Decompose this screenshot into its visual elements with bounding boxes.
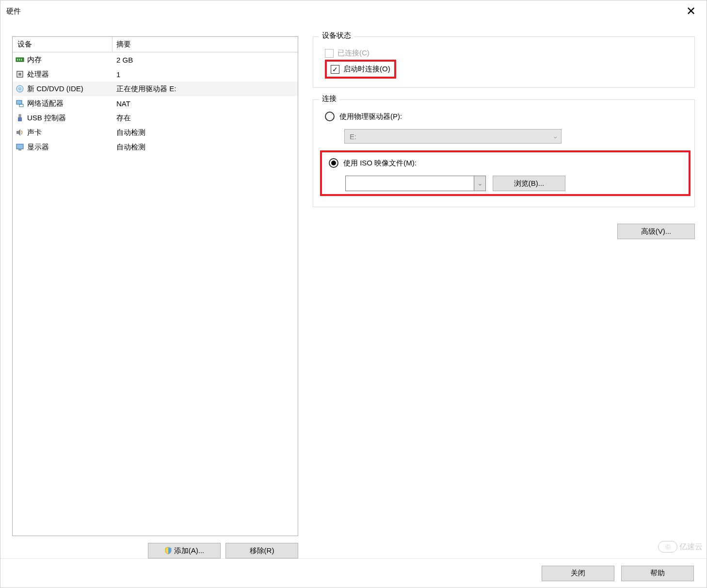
device-state-group: 设备状态 已连接(C) ✓ 启动时连接(O) [313, 36, 695, 88]
connect-on-power-label: 启动时连接(O) [343, 65, 390, 74]
device-list-header: 设备 摘要 [13, 37, 298, 52]
iso-radio-row[interactable]: 使用 ISO 映像文件(M): [329, 158, 685, 168]
iso-input-row: ⌵ 浏览(B)... [345, 176, 685, 191]
display-icon [16, 143, 24, 151]
remove-button[interactable]: 移除(R) [225, 543, 298, 558]
usb-icon [16, 114, 24, 122]
col-device[interactable]: 设备 [13, 37, 112, 52]
cpu-icon [16, 70, 24, 79]
connected-checkbox [325, 49, 334, 58]
device-state-label: 设备状态 [319, 31, 354, 40]
device-summary: 正在使用驱动器 E: [112, 84, 298, 94]
sound-icon [16, 128, 24, 137]
iso-radio[interactable] [329, 158, 338, 168]
connect-on-power-checkbox[interactable]: ✓ [331, 65, 339, 74]
connect-on-power-row[interactable]: ✓ 启动时连接(O) [331, 65, 390, 74]
physical-drive-radio-row[interactable]: 使用物理驱动器(P): [325, 112, 686, 121]
chevron-down-icon[interactable]: ⌵ [474, 176, 485, 191]
watermark: ⓒ 亿速云 [658, 541, 703, 553]
svg-point-7 [19, 88, 21, 90]
device-row-memory[interactable]: 内存 2 GB [13, 52, 298, 67]
svg-rect-10 [19, 114, 21, 117]
device-row-network[interactable]: 网络适配器 NAT [13, 96, 298, 111]
device-name: 新 CD/DVD (IDE) [27, 84, 83, 94]
highlight-iso-section: 使用 ISO 映像文件(M): ⌵ 浏览(B)... [320, 150, 691, 196]
highlight-connect-on-power: ✓ 启动时连接(O) [325, 60, 396, 79]
svg-rect-8 [16, 100, 22, 104]
browse-button[interactable]: 浏览(B)... [493, 176, 565, 191]
content-area: 设备 摘要 内存 2 GB 处理器 1 [0, 22, 707, 558]
device-summary: 自动检测 [112, 128, 298, 137]
connection-group: 连接 使用物理驱动器(P): E: ⌵ 使用 ISO 映像文件(M): [313, 99, 695, 207]
svg-rect-11 [18, 117, 22, 121]
right-panel: 设备状态 已连接(C) ✓ 启动时连接(O) 连接 使用物理驱动器(P): [298, 36, 695, 558]
svg-rect-5 [18, 73, 21, 76]
device-summary: 存在 [112, 114, 298, 123]
left-button-row: 添加(A)... 移除(R) [12, 536, 298, 558]
chevron-down-icon: ⌵ [554, 133, 557, 140]
watermark-text: 亿速云 [679, 542, 703, 552]
iso-label: 使用 ISO 映像文件(M): [343, 159, 417, 168]
connected-checkbox-row: 已连接(C) [325, 49, 686, 58]
network-icon [16, 99, 24, 108]
device-row-display[interactable]: 显示器 自动检测 [13, 140, 298, 154]
device-row-cddvd[interactable]: 新 CD/DVD (IDE) 正在使用驱动器 E: [13, 82, 298, 96]
memory-icon [16, 55, 24, 64]
device-name: 内存 [27, 55, 42, 65]
add-button-label: 添加(A)... [174, 546, 205, 555]
device-summary: 2 GB [112, 56, 298, 64]
svg-rect-14 [18, 149, 21, 150]
physical-drive-radio[interactable] [325, 112, 335, 121]
advanced-button[interactable]: 高级(V)... [617, 224, 695, 239]
device-row-usb[interactable]: USB 控制器 存在 [13, 111, 298, 125]
svg-rect-1 [17, 59, 18, 61]
connection-label: 连接 [319, 94, 339, 103]
close-button[interactable]: 关闭 [542, 566, 614, 581]
iso-path-combo[interactable]: ⌵ [345, 176, 486, 191]
svg-rect-2 [19, 59, 20, 61]
footer: 关闭 帮助 [0, 558, 707, 588]
shield-icon [164, 547, 172, 555]
add-button[interactable]: 添加(A)... [148, 543, 221, 558]
watermark-icon: ⓒ [658, 541, 677, 553]
svg-rect-13 [16, 144, 23, 149]
physical-drive-value: E: [350, 132, 356, 141]
device-name: 显示器 [27, 143, 49, 152]
device-name: 网络适配器 [27, 99, 64, 108]
col-summary[interactable]: 摘要 [112, 37, 298, 52]
connected-label: 已连接(C) [337, 49, 370, 58]
svg-rect-9 [19, 104, 23, 107]
device-name: 声卡 [27, 128, 42, 137]
device-row-sound[interactable]: 声卡 自动检测 [13, 125, 298, 140]
physical-drive-label: 使用物理驱动器(P): [339, 112, 402, 121]
titlebar: 硬件 ✕ [0, 0, 707, 22]
device-list[interactable]: 设备 摘要 内存 2 GB 处理器 1 [12, 36, 298, 536]
close-icon[interactable]: ✕ [681, 4, 701, 18]
cd-icon [16, 84, 24, 93]
svg-marker-12 [16, 129, 20, 136]
device-summary: 1 [112, 70, 298, 79]
device-name: 处理器 [27, 70, 49, 79]
window-title: 硬件 [6, 7, 21, 16]
physical-drive-dropdown: E: ⌵ [344, 129, 562, 144]
device-summary: 自动检测 [112, 143, 298, 152]
left-panel: 设备 摘要 内存 2 GB 处理器 1 [12, 36, 298, 558]
svg-rect-3 [21, 59, 22, 61]
help-button[interactable]: 帮助 [621, 566, 694, 581]
hardware-dialog: 硬件 ✕ 设备 摘要 内存 2 GB [0, 0, 707, 588]
advanced-row: 高级(V)... [313, 219, 695, 239]
device-row-cpu[interactable]: 处理器 1 [13, 67, 298, 82]
device-name: USB 控制器 [27, 114, 66, 123]
device-summary: NAT [112, 99, 298, 108]
